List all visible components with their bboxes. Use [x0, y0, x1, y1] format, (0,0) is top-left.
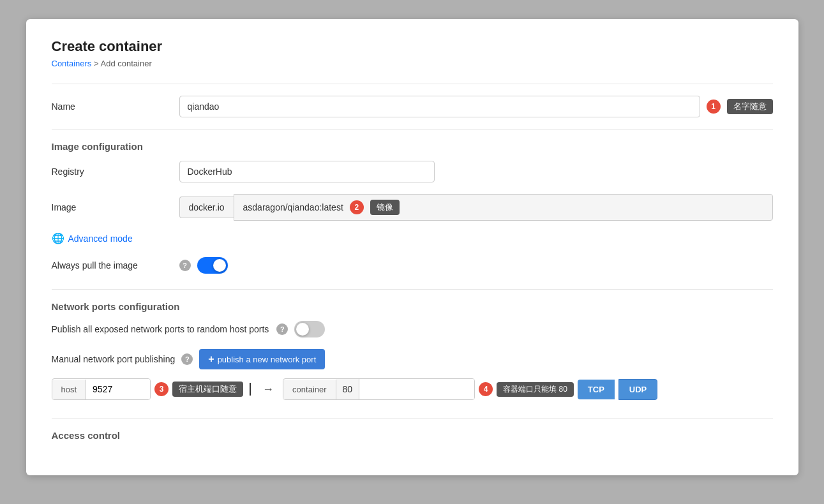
image-prefix: docker.io — [179, 196, 234, 218]
main-card: Create container Containers > Add contai… — [26, 19, 798, 475]
name-badge: 1 — [707, 100, 721, 114]
name-input-wrap: 1 名字随意 — [179, 96, 773, 117]
breadcrumb: Containers > Add container — [52, 59, 773, 68]
publish-all-toggle[interactable] — [294, 321, 325, 337]
host-label: host — [52, 380, 87, 399]
container-group: container 80 — [283, 378, 475, 400]
manual-help-icon[interactable]: ? — [181, 353, 193, 365]
name-row: Name 1 名字随意 — [52, 96, 773, 117]
always-pull-label: Always pull the image — [52, 260, 179, 271]
divider-image — [52, 129, 773, 130]
port-row: host 3 宿主机端口随意 → container 80 4 容器端口只能填 … — [52, 378, 773, 400]
container-label: container — [283, 380, 336, 399]
always-pull-row: Always pull the image ? — [52, 257, 773, 274]
host-group: host — [52, 378, 151, 400]
image-tooltip: 镜像 — [370, 200, 400, 215]
publish-btn-label: publish a new network port — [218, 355, 317, 364]
registry-row: Registry — [52, 161, 773, 182]
always-pull-toggle[interactable] — [197, 257, 228, 274]
toggle-off-slider — [294, 321, 325, 337]
host-port-input[interactable] — [86, 379, 150, 399]
image-badge: 2 — [350, 200, 364, 214]
access-control-title: Access control — [52, 430, 773, 441]
publish-all-help-icon[interactable]: ? — [276, 323, 288, 335]
cursor-bar — [250, 383, 251, 396]
publish-new-port-button[interactable]: + publish a new network port — [199, 349, 325, 369]
container-port-num: 80 — [336, 379, 360, 399]
publish-all-row: Publish all exposed network ports to ran… — [52, 321, 773, 337]
divider-top — [52, 84, 773, 84]
toggle-wrap: ? — [179, 257, 228, 274]
advanced-mode-link[interactable]: 🌐 Advanced mode — [52, 232, 773, 244]
image-row: Image docker.io asdaragon/qiandao:latest… — [52, 194, 773, 221]
image-value-text: asdaragon/qiandao:latest — [243, 202, 343, 212]
container-tooltip: 容器端口只能填 80 — [497, 382, 574, 397]
toggle-slider — [197, 257, 228, 274]
always-pull-help-icon[interactable]: ? — [179, 260, 191, 271]
publish-all-label: Publish all exposed network ports to ran… — [52, 324, 269, 334]
image-config-title: Image configuration — [52, 141, 773, 152]
divider-access — [52, 418, 773, 419]
breadcrumb-link[interactable]: Containers — [52, 59, 92, 68]
advanced-mode-label: Advanced mode — [68, 233, 133, 244]
network-config-title: Network ports configuration — [52, 301, 773, 312]
globe-icon: 🌐 — [52, 232, 64, 244]
registry-input[interactable] — [179, 161, 435, 182]
registry-label: Registry — [52, 167, 179, 177]
divider-network — [52, 289, 773, 290]
host-badge: 3 — [154, 382, 169, 396]
arrow: → — [262, 383, 274, 396]
breadcrumb-sep: > — [94, 59, 99, 68]
container-badge: 4 — [479, 382, 493, 396]
host-port-container — [86, 379, 150, 399]
name-label: Name — [52, 101, 179, 112]
manual-publish-label: Manual network port publishing — [52, 354, 176, 364]
tcp-button[interactable]: TCP — [578, 380, 615, 399]
image-wrap: docker.io asdaragon/qiandao:latest 2 镜像 — [179, 194, 773, 221]
breadcrumb-current: Add container — [101, 59, 152, 68]
udp-button[interactable]: UDP — [618, 379, 657, 400]
image-value: asdaragon/qiandao:latest 2 镜像 — [234, 194, 773, 221]
page-title: Create container — [52, 38, 773, 55]
plus-icon: + — [208, 353, 214, 365]
name-tooltip: 名字随意 — [727, 99, 773, 114]
manual-publish-row: Manual network port publishing ? + publi… — [52, 349, 773, 369]
container-port-input[interactable] — [359, 379, 474, 399]
name-input[interactable] — [179, 96, 700, 117]
image-label: Image — [52, 202, 179, 212]
host-tooltip: 宿主机端口随意 — [172, 382, 243, 397]
